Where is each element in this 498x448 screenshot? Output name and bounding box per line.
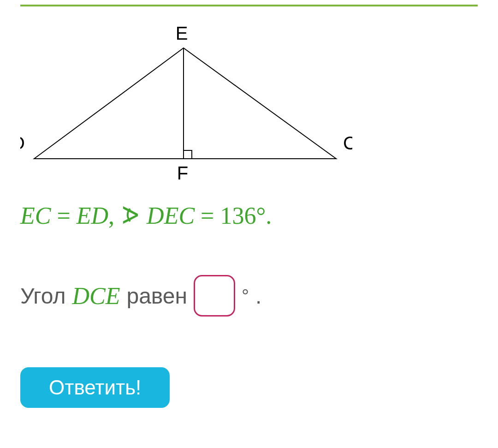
angle-value: 136 [220, 203, 256, 229]
period: . [255, 283, 261, 309]
label-e: E [176, 23, 188, 43]
eq1-lhs: EC [20, 203, 51, 229]
eq1-rhs: ED [77, 203, 108, 229]
question-var: DCE [72, 282, 120, 310]
given-conditions: EC = ED, ∢ DEC = 136°. [20, 203, 478, 229]
word-angle: Угол [20, 283, 65, 309]
right-angle-marker [184, 150, 192, 159]
degree-symbol: ° [242, 286, 249, 306]
angle-label: DEC [147, 203, 195, 229]
word-equals: равен [126, 283, 187, 309]
submit-button[interactable]: Ответить! [20, 367, 170, 408]
question-line: Угол DCE равен °. [20, 275, 478, 317]
equals-1: = [57, 203, 76, 229]
top-divider [20, 5, 478, 6]
angle-symbol-icon: ∢ [120, 203, 141, 229]
triangle-figure: E D C F [20, 20, 352, 182]
label-f: F [177, 163, 188, 182]
label-c: C [343, 133, 352, 153]
triangle [34, 48, 336, 159]
label-d: D [20, 133, 25, 153]
equals-2: = [201, 203, 220, 229]
answer-input[interactable] [194, 275, 235, 317]
